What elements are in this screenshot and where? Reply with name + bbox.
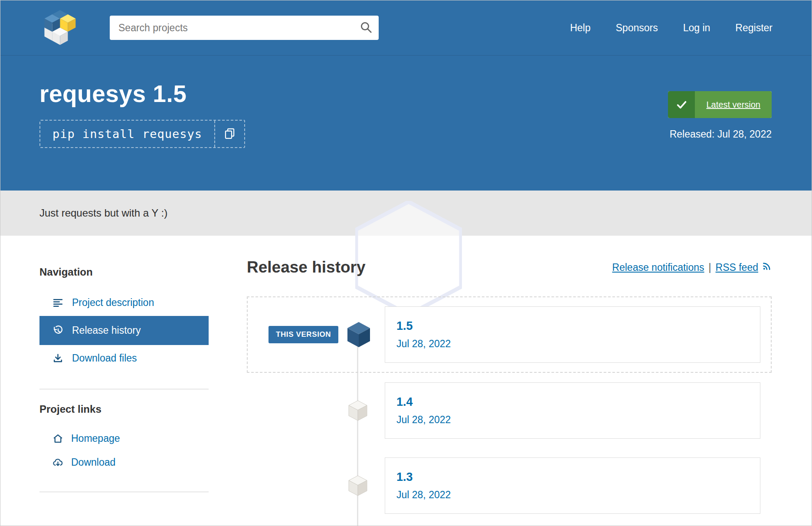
sidebar-item-label: Download files [72, 352, 137, 364]
header-links: Release notifications | RSS feed [612, 261, 772, 276]
project-links-title: Project links [39, 403, 209, 415]
sidebar-divider [39, 389, 209, 389]
rss-feed-link[interactable]: RSS feed [716, 261, 772, 274]
current-version-box: THIS VERSION 1.5 Jul 28, 2022 [247, 296, 772, 373]
release-row: 1.3 Jul 28, 2022 [247, 457, 772, 514]
release-date: Jul 28, 2022 [396, 414, 760, 426]
navigation-title: Navigation [39, 266, 209, 278]
sidebar-divider [39, 492, 209, 492]
pip-install-box: pip install requesys [39, 120, 245, 148]
search-icon [360, 21, 373, 35]
search-area [110, 16, 379, 40]
search-input[interactable] [110, 16, 379, 40]
version-status-area: Latest version Released: Jul 28, 2022 [668, 91, 772, 140]
project-link-label: Homepage [71, 433, 120, 444]
rss-feed-label: RSS feed [716, 262, 758, 273]
sidebar-item-label: Release history [72, 325, 141, 336]
release-timeline: THIS VERSION 1.5 Jul 28, 2022 [247, 296, 772, 514]
align-left-icon [52, 297, 63, 308]
check-icon [668, 91, 695, 118]
home-icon [52, 433, 63, 444]
pypi-project-page: Help Sponsors Log in Register requesys 1… [0, 0, 812, 526]
project-link-homepage[interactable]: Homepage [39, 427, 209, 450]
nav-login-link[interactable]: Log in [683, 22, 710, 34]
project-summary-text: Just requests but with a Y :) [39, 207, 167, 219]
rss-icon [762, 261, 772, 274]
copy-command-button[interactable] [214, 121, 244, 147]
page-title: Release history [247, 258, 366, 276]
sidebar: Navigation Project description [39, 257, 209, 514]
project-summary-bar: Just requests but with a Y :) [0, 191, 812, 236]
release-row: 1.4 Jul 28, 2022 [247, 382, 772, 439]
released-date: Released: Jul 28, 2022 [668, 128, 772, 140]
pypi-logo[interactable] [39, 7, 79, 49]
release-card[interactable]: 1.5 Jul 28, 2022 [385, 306, 760, 363]
download-icon [52, 353, 63, 364]
project-title: requesys 1.5 [39, 56, 773, 108]
sidebar-item-release-history[interactable]: Release history [39, 316, 209, 345]
project-link-download[interactable]: Download [39, 450, 209, 474]
nav-sponsors-link[interactable]: Sponsors [616, 22, 658, 34]
sidebar-item-project-description[interactable]: Project description [39, 289, 209, 316]
release-version: 1.3 [396, 470, 760, 484]
copy-icon [224, 128, 236, 141]
top-navbar: Help Sponsors Log in Register [0, 0, 812, 55]
release-history-section: Release history Release notifications | … [247, 257, 772, 514]
gray-cube-icon [348, 475, 368, 496]
release-version: 1.5 [396, 319, 760, 333]
project-link-label: Download [71, 457, 115, 468]
history-icon [52, 325, 63, 336]
release-version: 1.4 [396, 395, 760, 409]
release-card[interactable]: 1.3 Jul 28, 2022 [385, 457, 760, 514]
latest-version-label: Latest version [695, 91, 772, 118]
link-separator: | [709, 262, 711, 273]
sidebar-item-download-files[interactable]: Download files [39, 345, 209, 371]
gray-cube-icon [348, 400, 368, 421]
release-date: Jul 28, 2022 [396, 489, 760, 501]
release-card[interactable]: 1.4 Jul 28, 2022 [385, 382, 760, 439]
content-header: Release history Release notifications | … [247, 257, 772, 276]
nav-help-link[interactable]: Help [570, 22, 590, 34]
search-button[interactable] [356, 19, 376, 37]
latest-version-button[interactable]: Latest version [668, 91, 772, 118]
nav-register-link[interactable]: Register [735, 22, 773, 34]
blue-cube-icon [347, 321, 371, 348]
pip-install-command: pip install requesys [40, 121, 214, 147]
project-banner: requesys 1.5 pip install requesys [0, 55, 812, 191]
pypi-logo-icon [39, 7, 79, 49]
release-notifications-link[interactable]: Release notifications [612, 262, 704, 273]
cloud-download-icon [52, 457, 63, 468]
top-nav-links: Help Sponsors Log in Register [570, 22, 773, 34]
main-area: Navigation Project description [0, 236, 812, 514]
this-version-badge: THIS VERSION [268, 326, 338, 343]
release-date: Jul 28, 2022 [396, 338, 760, 350]
sidebar-item-label: Project description [72, 297, 154, 309]
